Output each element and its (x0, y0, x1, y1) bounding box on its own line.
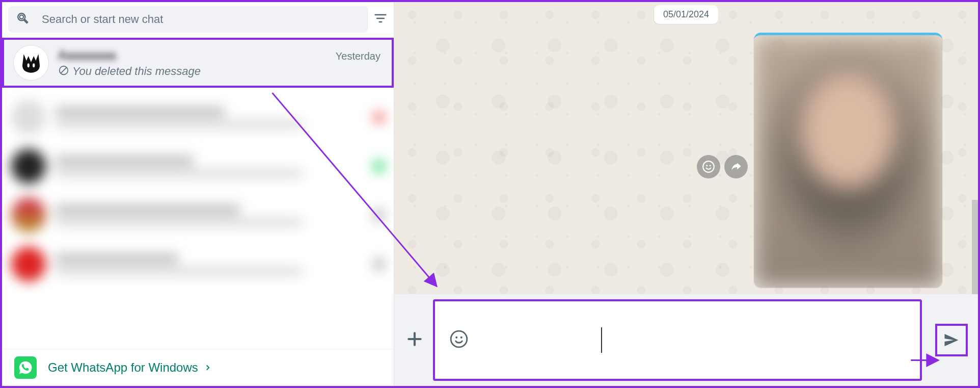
chat-item-selected[interactable]: Aaaaaaaa Yesterday You deleted this mess… (2, 38, 394, 88)
image-content-blurred (754, 35, 942, 288)
emoji-icon[interactable] (449, 329, 469, 351)
chat-scrollbar[interactable] (972, 200, 978, 294)
svg-line-3 (61, 67, 67, 73)
search-icon (16, 12, 30, 27)
date-separator: 05/01/2024 (654, 5, 718, 24)
chat-sidebar: Search or start new chat Aaaaaaaa Yester… (2, 2, 394, 386)
deleted-message-text: You deleted this message (72, 65, 201, 78)
promo-label: Get WhatsApp for Windows (48, 360, 198, 375)
svg-point-9 (460, 337, 462, 339)
svg-point-5 (706, 165, 707, 166)
conversation-background: 05/01/2024 (394, 2, 978, 294)
avatar (13, 45, 49, 81)
composer (394, 294, 978, 386)
conversation-pane: 05/01/2024 (394, 2, 978, 386)
filter-icon[interactable] (373, 11, 388, 28)
promo-text: Get WhatsApp for Windows (48, 360, 212, 375)
whatsapp-windows-promo[interactable]: Get WhatsApp for Windows (2, 349, 394, 386)
message-actions (697, 155, 748, 178)
react-button[interactable] (697, 155, 720, 178)
chat-time: Yesterday (336, 50, 380, 62)
forward-button[interactable] (724, 155, 748, 178)
search-input[interactable]: Search or start new chat (8, 6, 368, 33)
svg-point-6 (710, 165, 711, 166)
prohibit-icon (58, 65, 69, 78)
attach-button[interactable] (404, 329, 425, 351)
chat-list: Aaaaaaaa Yesterday You deleted this mess… (2, 38, 394, 349)
text-cursor (601, 327, 602, 353)
chat-name: Aaaaaaaa (58, 48, 116, 63)
other-chats-blurred (2, 88, 394, 294)
image-message[interactable] (754, 33, 942, 288)
whatsapp-icon (14, 356, 37, 379)
chevron-right-icon (203, 363, 212, 372)
svg-point-0 (28, 63, 30, 67)
svg-point-8 (455, 337, 457, 339)
search-placeholder: Search or start new chat (42, 13, 163, 26)
batman-icon (20, 52, 42, 73)
svg-point-7 (451, 331, 467, 347)
message-input[interactable] (433, 299, 922, 381)
svg-point-1 (33, 63, 35, 67)
send-button[interactable] (935, 324, 968, 356)
svg-point-4 (703, 161, 714, 172)
search-bar: Search or start new chat (2, 2, 394, 38)
chat-meta: Aaaaaaaa Yesterday You deleted this mess… (58, 48, 383, 78)
